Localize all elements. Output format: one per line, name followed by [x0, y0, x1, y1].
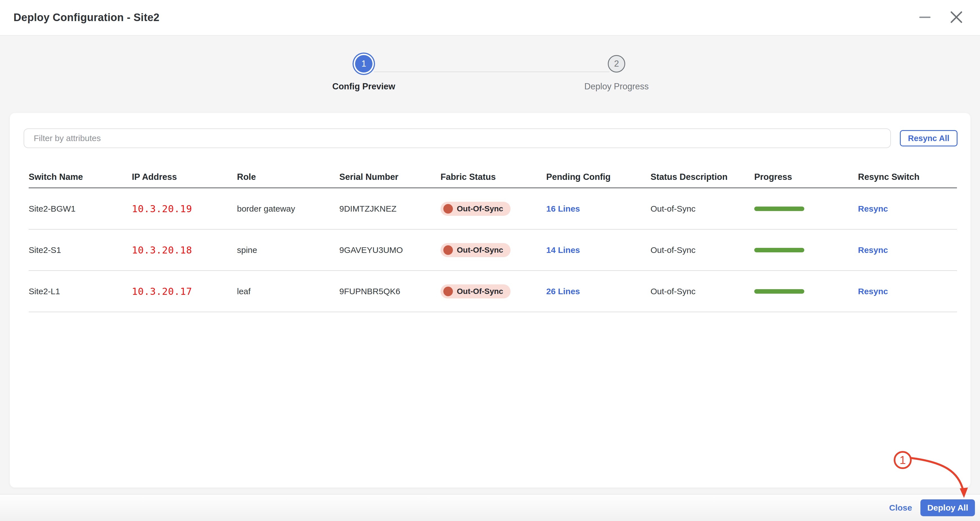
col-header-role: Role — [237, 172, 339, 182]
window-controls — [917, 10, 967, 25]
step-config-preview[interactable]: 1 Config Preview — [319, 55, 409, 92]
pending-config-link[interactable]: 16 Lines — [546, 204, 580, 213]
step-1-label: Config Preview — [319, 81, 409, 92]
page-title: Deploy Configuration - Site2 — [13, 11, 159, 24]
switch-name-cell: Site2-S1 — [29, 245, 132, 255]
pending-config-link[interactable]: 26 Lines — [546, 287, 580, 296]
fabric-status-cell: Out-Of-Sync — [441, 284, 546, 299]
col-header-status-description: Status Description — [651, 172, 754, 182]
step-2-circle: 2 — [608, 55, 625, 73]
col-header-fabric-status: Fabric Status — [441, 172, 546, 182]
status-description-cell: Out-of-Sync — [651, 204, 754, 214]
progress-cell — [754, 289, 810, 294]
serial-number-cell: 9FUPNBR5QK6 — [339, 287, 441, 296]
pending-config-link[interactable]: 14 Lines — [546, 245, 580, 254]
fabric-status-cell: Out-Of-Sync — [441, 243, 546, 257]
role-cell: spine — [237, 245, 339, 255]
pending-config-cell: 26 Lines — [546, 287, 651, 296]
col-header-switch-name: Switch Name — [29, 172, 132, 182]
resync-link[interactable]: Resync — [858, 245, 888, 254]
col-header-ip-address: IP Address — [132, 172, 237, 182]
out-of-sync-dot-icon — [443, 287, 453, 296]
step-2-number: 2 — [614, 59, 619, 69]
table-row: Site2-S1 10.3.20.18 spine 9GAVEYU3UMO Ou… — [29, 230, 957, 271]
progress-cell — [754, 248, 810, 253]
ip-address-cell: 10.3.20.18 — [132, 245, 237, 256]
progress-bar — [754, 289, 804, 294]
col-header-resync-switch: Resync Switch — [858, 172, 957, 182]
role-cell: border gateway — [237, 204, 339, 214]
table-header-row: Switch Name IP Address Role Serial Numbe… — [29, 166, 957, 188]
out-of-sync-dot-icon — [443, 245, 453, 255]
resync-link[interactable]: Resync — [858, 287, 888, 296]
status-badge: Out-Of-Sync — [441, 202, 511, 216]
switch-name-cell: Site2-BGW1 — [29, 204, 132, 214]
dialog-titlebar: Deploy Configuration - Site2 — [0, 0, 980, 36]
pending-config-cell: 16 Lines — [546, 204, 651, 214]
step-deploy-progress[interactable]: 2 Deploy Progress — [571, 55, 662, 92]
status-badge-label: Out-Of-Sync — [457, 204, 503, 213]
switch-name-cell: Site2-L1 — [29, 287, 132, 296]
out-of-sync-dot-icon — [443, 204, 453, 214]
status-description-cell: Out-of-Sync — [651, 287, 754, 296]
switch-table: Switch Name IP Address Role Serial Numbe… — [24, 166, 957, 312]
col-header-pending-config: Pending Config — [546, 172, 651, 182]
serial-number-cell: 9GAVEYU3UMO — [339, 245, 441, 255]
progress-bar — [754, 206, 804, 211]
step-1-number: 1 — [361, 59, 366, 69]
status-badge: Out-Of-Sync — [441, 243, 511, 257]
progress-cell — [754, 206, 810, 211]
table-toolbar: Resync All — [24, 129, 958, 148]
ip-address-cell: 10.3.20.17 — [132, 286, 237, 297]
close-button[interactable] — [948, 10, 964, 25]
table-row: Site2-L1 10.3.20.17 leaf 9FUPNBR5QK6 Out… — [29, 271, 957, 312]
serial-number-cell: 9DIMTZJKNEZ — [339, 204, 441, 214]
resync-link[interactable]: Resync — [858, 204, 888, 213]
step-2-label: Deploy Progress — [571, 81, 662, 92]
status-badge-label: Out-Of-Sync — [457, 287, 503, 296]
minimize-icon — [919, 11, 931, 24]
status-description-cell: Out-of-Sync — [651, 245, 754, 255]
role-cell: leaf — [237, 287, 339, 296]
resync-switch-cell: Resync — [858, 245, 957, 255]
filter-input[interactable] — [24, 129, 891, 148]
close-dialog-link[interactable]: Close — [889, 503, 912, 513]
wizard-stepper: 1 Config Preview 2 Deploy Progress — [0, 55, 980, 94]
step-1-circle: 1 — [355, 55, 372, 73]
progress-bar — [754, 248, 804, 253]
resync-switch-cell: Resync — [858, 287, 957, 296]
resync-all-button[interactable]: Resync All — [900, 130, 958, 146]
close-icon — [950, 10, 963, 25]
pending-config-cell: 14 Lines — [546, 245, 651, 255]
status-badge: Out-Of-Sync — [441, 284, 511, 299]
status-badge-label: Out-Of-Sync — [457, 246, 503, 254]
config-preview-panel: Resync All Switch Name IP Address Role S… — [10, 113, 970, 488]
ip-address-cell: 10.3.20.19 — [132, 203, 237, 214]
col-header-serial-number: Serial Number — [339, 172, 441, 182]
col-header-progress: Progress — [754, 172, 858, 182]
dialog-footer: Close Deploy All — [0, 494, 980, 521]
fabric-status-cell: Out-Of-Sync — [441, 202, 546, 216]
resync-switch-cell: Resync — [858, 204, 957, 214]
deploy-all-button[interactable]: Deploy All — [920, 499, 975, 516]
minimize-button[interactable] — [917, 10, 933, 25]
table-row: Site2-BGW1 10.3.20.19 border gateway 9DI… — [29, 188, 957, 230]
